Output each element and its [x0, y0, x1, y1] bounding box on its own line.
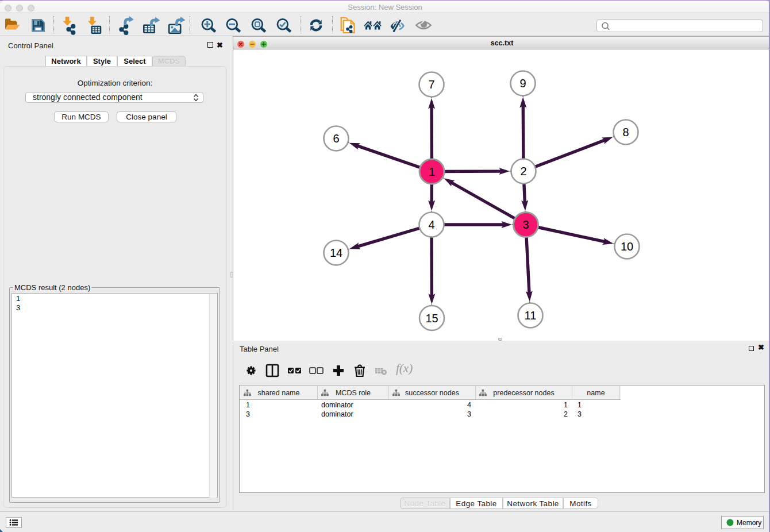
svg-text:11: 11: [525, 309, 537, 322]
svg-text:8: 8: [622, 126, 629, 138]
svg-text:2: 2: [520, 165, 526, 178]
svg-text:15: 15: [425, 312, 438, 325]
svg-text:7: 7: [428, 78, 434, 91]
svg-text:14: 14: [330, 246, 342, 259]
svg-text:3: 3: [522, 218, 529, 231]
svg-text:1: 1: [429, 165, 435, 178]
svg-text:4: 4: [428, 218, 434, 231]
svg-text:10: 10: [621, 240, 633, 253]
svg-text:9: 9: [519, 77, 526, 90]
svg-text:6: 6: [333, 132, 339, 145]
